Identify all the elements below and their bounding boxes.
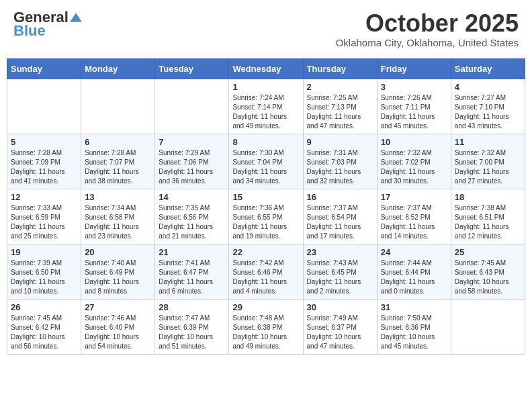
- day-info: Sunrise: 7:50 AMSunset: 6:36 PMDaylight:…: [381, 314, 447, 351]
- logo-blue: Blue: [13, 22, 46, 40]
- day-number: 29: [232, 302, 299, 312]
- day-info: Sunrise: 7:46 AMSunset: 6:40 PMDaylight:…: [85, 314, 151, 351]
- location: Oklahoma City, Oklahoma, United States: [336, 37, 519, 48]
- calendar-row-1: 5Sunrise: 7:28 AMSunset: 7:09 PMDaylight…: [7, 134, 525, 189]
- day-number: 11: [455, 137, 521, 147]
- calendar-cell: 30Sunrise: 7:49 AMSunset: 6:37 PMDayligh…: [303, 299, 377, 354]
- calendar-cell: 27Sunrise: 7:46 AMSunset: 6:40 PMDayligh…: [81, 299, 155, 354]
- day-number: 17: [381, 192, 447, 202]
- day-info: Sunrise: 7:37 AMSunset: 6:54 PMDaylight:…: [307, 203, 373, 241]
- day-number: 25: [455, 247, 521, 257]
- calendar-header-row: SundayMondayTuesdayWednesdayThursdayFrid…: [7, 58, 525, 79]
- day-info: Sunrise: 7:45 AMSunset: 6:42 PMDaylight:…: [11, 314, 77, 351]
- calendar-cell: 5Sunrise: 7:28 AMSunset: 7:09 PMDaylight…: [7, 134, 81, 189]
- day-number: 3: [381, 82, 447, 92]
- calendar-header-monday: Monday: [81, 58, 155, 79]
- day-info: Sunrise: 7:27 AMSunset: 7:10 PMDaylight:…: [455, 93, 521, 131]
- day-info: Sunrise: 7:38 AMSunset: 6:51 PMDaylight:…: [455, 203, 521, 241]
- day-number: 8: [232, 137, 299, 147]
- calendar: SundayMondayTuesdayWednesdayThursdayFrid…: [7, 58, 525, 355]
- calendar-cell: 8Sunrise: 7:30 AMSunset: 7:04 PMDaylight…: [229, 134, 303, 189]
- calendar-cell: 24Sunrise: 7:44 AMSunset: 6:44 PMDayligh…: [377, 244, 451, 299]
- calendar-cell: 9Sunrise: 7:31 AMSunset: 7:03 PMDaylight…: [303, 134, 377, 189]
- day-info: Sunrise: 7:39 AMSunset: 6:50 PMDaylight:…: [11, 259, 77, 296]
- page-header: General Blue October 2025 Oklahoma City,…: [7, 7, 525, 52]
- day-info: Sunrise: 7:32 AMSunset: 7:02 PMDaylight:…: [381, 148, 447, 186]
- day-number: 7: [159, 137, 225, 147]
- calendar-cell: 28Sunrise: 7:47 AMSunset: 6:39 PMDayligh…: [155, 299, 229, 354]
- calendar-header-tuesday: Tuesday: [155, 58, 229, 79]
- calendar-cell: 17Sunrise: 7:37 AMSunset: 6:52 PMDayligh…: [377, 189, 451, 244]
- day-number: 9: [307, 137, 373, 147]
- svg-marker-0: [70, 13, 82, 22]
- day-info: Sunrise: 7:40 AMSunset: 6:49 PMDaylight:…: [85, 259, 151, 296]
- calendar-cell: 22Sunrise: 7:42 AMSunset: 6:46 PMDayligh…: [229, 244, 303, 299]
- calendar-cell: 6Sunrise: 7:28 AMSunset: 7:07 PMDaylight…: [81, 134, 155, 189]
- day-info: Sunrise: 7:31 AMSunset: 7:03 PMDaylight:…: [307, 148, 373, 186]
- calendar-cell: 3Sunrise: 7:26 AMSunset: 7:11 PMDaylight…: [377, 79, 451, 134]
- logo: General Blue: [13, 10, 82, 40]
- calendar-cell: 16Sunrise: 7:37 AMSunset: 6:54 PMDayligh…: [303, 189, 377, 244]
- calendar-header-friday: Friday: [377, 58, 451, 79]
- day-number: 31: [381, 302, 447, 312]
- day-info: Sunrise: 7:32 AMSunset: 7:00 PMDaylight:…: [455, 148, 521, 186]
- day-info: Sunrise: 7:47 AMSunset: 6:39 PMDaylight:…: [159, 314, 225, 351]
- calendar-header-saturday: Saturday: [451, 58, 525, 79]
- day-number: 18: [455, 192, 521, 202]
- calendar-body: 1Sunrise: 7:24 AMSunset: 7:14 PMDaylight…: [7, 79, 525, 354]
- day-info: Sunrise: 7:49 AMSunset: 6:37 PMDaylight:…: [307, 314, 373, 351]
- calendar-cell: 14Sunrise: 7:35 AMSunset: 6:56 PMDayligh…: [155, 189, 229, 244]
- month-title: October 2025: [336, 10, 519, 37]
- calendar-row-2: 12Sunrise: 7:33 AMSunset: 6:59 PMDayligh…: [7, 189, 525, 244]
- day-number: 24: [381, 247, 447, 257]
- calendar-cell: 21Sunrise: 7:41 AMSunset: 6:47 PMDayligh…: [155, 244, 229, 299]
- calendar-cell: 23Sunrise: 7:43 AMSunset: 6:45 PMDayligh…: [303, 244, 377, 299]
- day-info: Sunrise: 7:36 AMSunset: 6:55 PMDaylight:…: [232, 203, 299, 241]
- calendar-header-wednesday: Wednesday: [229, 58, 303, 79]
- calendar-cell: 19Sunrise: 7:39 AMSunset: 6:50 PMDayligh…: [7, 244, 81, 299]
- day-number: 15: [232, 192, 299, 202]
- day-info: Sunrise: 7:34 AMSunset: 6:58 PMDaylight:…: [85, 203, 151, 241]
- day-number: 10: [381, 137, 447, 147]
- day-info: Sunrise: 7:43 AMSunset: 6:45 PMDaylight:…: [307, 259, 373, 296]
- day-info: Sunrise: 7:29 AMSunset: 7:06 PMDaylight:…: [159, 148, 225, 186]
- day-number: 2: [307, 82, 373, 92]
- day-info: Sunrise: 7:44 AMSunset: 6:44 PMDaylight:…: [381, 259, 447, 296]
- calendar-header-sunday: Sunday: [7, 58, 81, 79]
- calendar-cell: 12Sunrise: 7:33 AMSunset: 6:59 PMDayligh…: [7, 189, 81, 244]
- calendar-row-0: 1Sunrise: 7:24 AMSunset: 7:14 PMDaylight…: [7, 79, 525, 134]
- calendar-cell: 18Sunrise: 7:38 AMSunset: 6:51 PMDayligh…: [451, 189, 525, 244]
- day-number: 21: [159, 247, 225, 257]
- day-number: 19: [11, 247, 77, 257]
- day-number: 1: [232, 82, 299, 92]
- calendar-cell: 25Sunrise: 7:45 AMSunset: 6:43 PMDayligh…: [451, 244, 525, 299]
- day-info: Sunrise: 7:28 AMSunset: 7:09 PMDaylight:…: [11, 148, 77, 186]
- calendar-cell: 29Sunrise: 7:48 AMSunset: 6:38 PMDayligh…: [229, 299, 303, 354]
- day-info: Sunrise: 7:30 AMSunset: 7:04 PMDaylight:…: [232, 148, 299, 186]
- day-info: Sunrise: 7:33 AMSunset: 6:59 PMDaylight:…: [11, 203, 77, 241]
- calendar-cell: 10Sunrise: 7:32 AMSunset: 7:02 PMDayligh…: [377, 134, 451, 189]
- day-info: Sunrise: 7:26 AMSunset: 7:11 PMDaylight:…: [381, 93, 447, 131]
- day-number: 5: [11, 137, 77, 147]
- calendar-row-4: 26Sunrise: 7:45 AMSunset: 6:42 PMDayligh…: [7, 299, 525, 354]
- day-info: Sunrise: 7:42 AMSunset: 6:46 PMDaylight:…: [232, 259, 299, 296]
- calendar-cell: 13Sunrise: 7:34 AMSunset: 6:58 PMDayligh…: [81, 189, 155, 244]
- day-number: 27: [85, 302, 151, 312]
- day-info: Sunrise: 7:24 AMSunset: 7:14 PMDaylight:…: [232, 93, 299, 131]
- day-number: 14: [159, 192, 225, 202]
- day-number: 13: [85, 192, 151, 202]
- calendar-cell: 2Sunrise: 7:25 AMSunset: 7:13 PMDaylight…: [303, 79, 377, 134]
- day-number: 20: [85, 247, 151, 257]
- day-info: Sunrise: 7:35 AMSunset: 6:56 PMDaylight:…: [159, 203, 225, 241]
- calendar-cell: 1Sunrise: 7:24 AMSunset: 7:14 PMDaylight…: [229, 79, 303, 134]
- day-info: Sunrise: 7:41 AMSunset: 6:47 PMDaylight:…: [159, 259, 225, 296]
- calendar-cell: 7Sunrise: 7:29 AMSunset: 7:06 PMDaylight…: [155, 134, 229, 189]
- calendar-header-thursday: Thursday: [303, 58, 377, 79]
- day-info: Sunrise: 7:25 AMSunset: 7:13 PMDaylight:…: [307, 93, 373, 131]
- day-number: 4: [455, 82, 521, 92]
- day-number: 23: [307, 247, 373, 257]
- logo-icon: [70, 11, 82, 24]
- calendar-cell: 4Sunrise: 7:27 AMSunset: 7:10 PMDaylight…: [451, 79, 525, 134]
- day-number: 26: [11, 302, 77, 312]
- day-number: 28: [159, 302, 225, 312]
